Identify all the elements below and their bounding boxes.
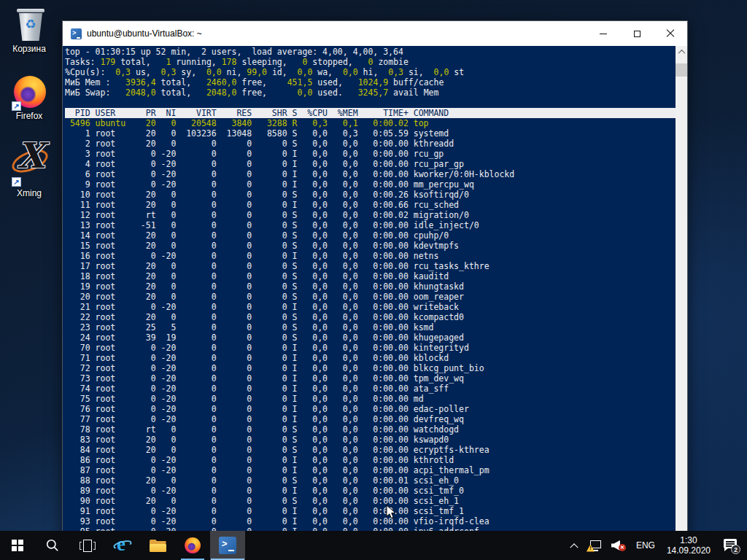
process-row: 73 root 0 -20 0 0 0 I 0,0 0,0 0:00.00 tp… xyxy=(65,373,676,384)
shortcut-arrow-icon: ↗ xyxy=(12,177,21,187)
search-icon xyxy=(45,538,60,553)
desktop: ♻ Корзина ↗ Firefox X ↗ Xming > ubuntu@u… xyxy=(0,0,747,560)
process-row: 74 root 0 -20 0 0 0 I 0,0 0,0 0:00.00 at… xyxy=(65,384,676,394)
window-titlebar[interactable]: > ubuntu@ubuntu-VirtualBox: ~ xyxy=(63,21,687,46)
taskbar: e > ! xyxy=(0,531,747,560)
desktop-icon-recycle-bin[interactable]: ♻ Корзина xyxy=(1,7,57,54)
tray-language[interactable]: ENG xyxy=(631,531,660,560)
process-row: 21 root 0 -20 0 0 0 I 0,0 0,0 0:00.00 wr… xyxy=(65,302,676,312)
minimize-button[interactable] xyxy=(587,21,620,46)
internet-explorer-icon: e xyxy=(113,536,132,555)
process-row: 84 root 20 0 0 0 0 S 0,0 0,0 0:00.00 ecr… xyxy=(65,445,676,455)
tray-clock[interactable]: 1:30 14.09.2020 xyxy=(660,535,717,556)
process-row: 5496 ubuntu 20 0 20548 3840 3288 R 0,3 0… xyxy=(65,118,676,128)
process-row: 83 root 20 0 0 0 0 S 0,0 0,0 0:00.00 ksw… xyxy=(65,435,676,445)
task-view-button[interactable] xyxy=(70,531,105,560)
start-button[interactable] xyxy=(0,531,35,560)
process-row: 76 root 0 -20 0 0 0 I 0,0 0,0 0:00.00 ed… xyxy=(65,404,676,414)
process-row: 17 root 20 0 0 0 0 S 0,0 0,0 0:00.00 rcu… xyxy=(65,261,676,271)
terminal-summary-line: top - 01:30:15 up 52 min, 2 users, load … xyxy=(65,47,676,57)
process-row: 22 root 20 0 0 0 0 S 0,0 0,0 0:00.00 kco… xyxy=(65,312,676,322)
scrollbar-thumb[interactable] xyxy=(676,63,687,77)
chevron-up-icon xyxy=(570,543,578,551)
shortcut-arrow-icon: ↗ xyxy=(12,101,21,111)
close-icon xyxy=(666,29,675,38)
process-row: 16 root 0 -20 0 0 0 I 0,0 0,0 0:00.00 ne… xyxy=(65,251,676,261)
chevron-up-icon xyxy=(678,50,685,57)
tray-show-hidden-icons[interactable] xyxy=(566,531,582,560)
terminal-window: > ubuntu@ubuntu-VirtualBox: ~ top - 01:3… xyxy=(62,20,688,537)
taskbar-item-file-explorer[interactable] xyxy=(140,531,175,560)
search-button[interactable] xyxy=(35,531,70,560)
process-row: 87 root 0 -20 0 0 0 I 0,0 0,0 0:00.00 ac… xyxy=(65,465,676,475)
notification-icon: 2 xyxy=(722,539,738,552)
process-row: 72 root 0 -20 0 0 0 I 0,0 0,0 0:00.00 bl… xyxy=(65,363,676,373)
desktop-icon-xming[interactable]: X ↗ Xming xyxy=(1,143,57,195)
powershell-icon: > xyxy=(71,28,82,39)
terminal-summary-line: %Cpu(s): 0,3 us, 0,3 sy, 0,0 ni, 99,0 id… xyxy=(65,67,676,77)
minimize-icon xyxy=(600,34,607,34)
recycle-symbol-icon: ♻ xyxy=(18,18,43,31)
process-row: 86 root 0 -20 0 0 0 I 0,0 0,0 0:00.00 kt… xyxy=(65,455,676,465)
network-warning-icon: ! xyxy=(587,540,601,551)
process-row: 78 root rt 0 0 0 0 S 0,0 0,0 0:00.00 wat… xyxy=(65,424,676,435)
recycle-bin-icon: ♻ xyxy=(1,7,57,42)
volume-muted-icon: ✕ xyxy=(611,540,626,551)
file-explorer-icon xyxy=(150,540,166,552)
process-row: 20 root 20 0 0 0 0 S 0,0 0,0 0:00.00 oom… xyxy=(65,292,676,302)
process-row: 14 root 20 0 0 0 0 S 0,0 0,0 0:00.00 cpu… xyxy=(65,230,676,241)
process-row: 91 root 0 -20 0 0 0 I 0,0 0,0 0:00.00 sc… xyxy=(65,506,676,516)
window-title: ubuntu@ubuntu-VirtualBox: ~ xyxy=(87,28,202,39)
maximize-button[interactable] xyxy=(620,21,654,46)
process-row: 3 root 0 -20 0 0 0 I 0,0 0,0 0:00.00 rcu… xyxy=(65,149,676,159)
desktop-icon-label: Firefox xyxy=(1,111,57,121)
process-row: 19 root 20 0 0 0 0 S 0,0 0,0 0:00.00 khu… xyxy=(65,281,676,292)
process-row: 11 root 20 0 0 0 0 I 0,0 0,0 0:00.66 rcu… xyxy=(65,200,676,210)
action-center-button[interactable]: 2 xyxy=(717,531,747,560)
firefox-icon xyxy=(185,537,201,553)
maximize-icon xyxy=(634,31,640,37)
process-row: 2 root 20 0 0 0 0 S 0,0 0,0 0:00.00 kthr… xyxy=(65,139,676,149)
process-row: 13 root -51 0 0 0 0 S 0,0 0,0 0:00.00 id… xyxy=(65,220,676,230)
desktop-icon-firefox[interactable]: ↗ Firefox xyxy=(1,74,57,121)
notification-badge: 2 xyxy=(731,545,740,554)
process-row: 18 root 20 0 0 0 0 S 0,0 0,0 0:00.00 kau… xyxy=(65,271,676,281)
xming-icon: X ↗ xyxy=(1,143,57,182)
process-row: 75 root 0 -20 0 0 0 I 0,0 0,0 0:00.00 md xyxy=(65,394,676,404)
terminal-summary-line: МиБ Swap: 2048,0 total, 2048,0 free, 0,0… xyxy=(65,88,676,98)
task-view-icon xyxy=(80,540,96,552)
taskbar-item-internet-explorer[interactable]: e xyxy=(105,531,140,560)
process-row: 93 root 0 -20 0 0 0 I 0,0 0,0 0:00.00 vf… xyxy=(65,516,676,526)
windows-logo-icon xyxy=(12,540,24,552)
clock-time: 1:30 xyxy=(667,535,711,545)
terminal-blank-line xyxy=(65,98,676,108)
process-row: 89 root 0 -20 0 0 0 I 0,0 0,0 0:00.00 sc… xyxy=(65,486,676,496)
desktop-icon-label: Xming xyxy=(1,188,57,198)
tray-volume[interactable]: ✕ xyxy=(606,531,631,560)
process-row: 77 root 0 -20 0 0 0 I 0,0 0,0 0:00.00 de… xyxy=(65,414,676,424)
firefox-icon: ↗ xyxy=(1,74,57,109)
terminal-summary-line: МиБ Mem : 3936,4 total, 2460,0 free, 451… xyxy=(65,77,676,88)
process-row: 88 root 20 0 0 0 0 S 0,0 0,0 0:00.01 scs… xyxy=(65,475,676,486)
process-row: 9 root 0 -20 0 0 0 I 0,0 0,0 0:00.00 mm_… xyxy=(65,179,676,190)
terminal-output[interactable]: top - 01:30:15 up 52 min, 2 users, load … xyxy=(63,46,676,536)
process-row: 71 root 0 -20 0 0 0 I 0,0 0,0 0:00.00 kb… xyxy=(65,353,676,363)
desktop-icon-label: Корзина xyxy=(1,44,57,54)
terminal-summary-line: Tasks: 179 total, 1 running, 178 sleepin… xyxy=(65,57,676,67)
tray-network[interactable]: ! xyxy=(582,531,606,560)
process-table-header: PID USER PR NI VIRT RES SHR S %CPU %MEM … xyxy=(65,108,676,118)
close-button[interactable] xyxy=(654,21,687,46)
taskbar-item-firefox[interactable] xyxy=(175,531,210,560)
process-row: 90 root 20 0 0 0 0 S 0,0 0,0 0:00.00 scs… xyxy=(65,496,676,506)
scrollbar-track[interactable] xyxy=(676,46,687,536)
process-row: 12 root rt 0 0 0 0 S 0,0 0,0 0:00.02 mig… xyxy=(65,210,676,220)
taskbar-item-powershell[interactable]: > xyxy=(210,531,245,560)
process-row: 6 root 0 -20 0 0 0 I 0,0 0,0 0:00.00 kwo… xyxy=(65,169,676,179)
process-row: 4 root 0 -20 0 0 0 I 0,0 0,0 0:00.00 rcu… xyxy=(65,159,676,169)
process-row: 15 root 20 0 0 0 0 S 0,0 0,0 0:00.00 kde… xyxy=(65,241,676,251)
process-row: 23 root 25 5 0 0 0 S 0,0 0,0 0:00.00 ksm… xyxy=(65,322,676,332)
scroll-up-button[interactable] xyxy=(676,46,687,58)
process-row: 70 root 0 -20 0 0 0 I 0,0 0,0 0:00.00 ki… xyxy=(65,343,676,353)
process-row: 24 root 39 19 0 0 0 S 0,0 0,0 0:00.00 kh… xyxy=(65,332,676,343)
process-row: 1 root 20 0 103236 13048 8580 S 0,0 0,3 … xyxy=(65,128,676,139)
